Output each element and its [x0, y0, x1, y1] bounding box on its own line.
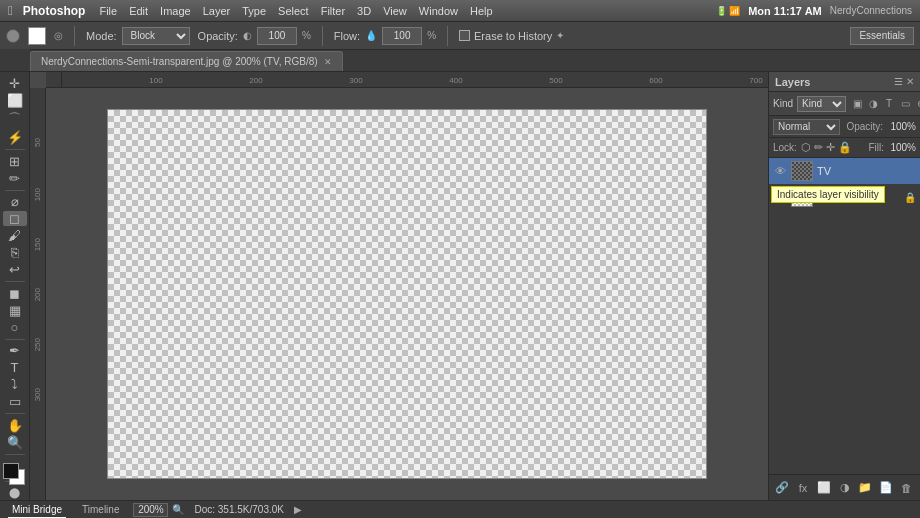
layers-blend-row: Normal Multiply Screen Overlay Opacity: … [769, 116, 920, 138]
new-group-button[interactable]: 📁 [856, 478, 875, 498]
new-layer-button[interactable]: 📄 [877, 478, 896, 498]
zoom-tool[interactable]: 🔍 [3, 435, 27, 450]
selection-tool[interactable]: ⬜ [3, 93, 27, 108]
apple-logo[interactable]:  [8, 3, 13, 18]
zoom-input[interactable] [133, 503, 168, 517]
erase-history-label: Erase to History [474, 30, 552, 42]
filter-adjust-icon[interactable]: ◑ [866, 98, 880, 109]
filter-type-icon[interactable]: T [882, 98, 896, 109]
pen-tool[interactable]: ✒ [3, 343, 27, 358]
lock-transparent-icon[interactable]: ⬡ [801, 141, 811, 154]
delete-layer-button[interactable]: 🗑 [897, 478, 916, 498]
separator2 [322, 26, 323, 46]
zoom-display: 🔍 [133, 503, 184, 517]
forward-arrow[interactable]: ▶ [294, 504, 302, 515]
eraser-tool[interactable]: ◻ [3, 211, 27, 226]
menu-layer[interactable]: Layer [203, 5, 231, 17]
layers-list: 👁 TV Indicates layer visibility 👁 Backgr… [769, 158, 920, 474]
layers-bottom-toolbar: 🔗 fx ⬜ ◑ 📁 📄 🗑 [769, 474, 920, 500]
lasso-tool[interactable]: ⌒ [3, 110, 27, 128]
layer-item-tv[interactable]: 👁 TV Indicates layer visibility [769, 158, 920, 184]
link-layers-button[interactable]: 🔗 [773, 478, 792, 498]
erase-history-check[interactable] [459, 30, 470, 41]
dodge-tool[interactable]: ○ [3, 320, 27, 335]
layer-visibility-icon-tv[interactable]: 👁 [773, 164, 787, 178]
path-tool[interactable]: ⤵ [3, 377, 27, 392]
lock-position-icon[interactable]: ✛ [826, 141, 835, 154]
panel-menu-icon[interactable]: ☰ [894, 76, 903, 87]
text-tool[interactable]: T [3, 360, 27, 375]
ruler-v-200: 200 [33, 288, 42, 301]
menu-type[interactable]: Type [242, 5, 266, 17]
lock-all-icon[interactable]: 🔒 [838, 141, 852, 154]
brush-tool[interactable]: 🖌 [3, 228, 27, 243]
magic-wand-tool[interactable]: ⚡ [3, 130, 27, 145]
flow-input[interactable] [382, 27, 422, 45]
visibility-tooltip: Indicates layer visibility [771, 186, 885, 203]
ruler-v-150: 150 [33, 238, 42, 251]
menu-right: 🔋 📶 Mon 11:17 AM NerdyConnections [716, 5, 912, 17]
menu-items: File Edit Image Layer Type Select Filter… [99, 5, 715, 17]
layers-panel-title: Layers [775, 76, 810, 88]
healing-tool[interactable]: ⌀ [3, 194, 27, 209]
ruler-v-300: 300 [33, 388, 42, 401]
menu-view[interactable]: View [383, 5, 407, 17]
menu-help[interactable]: Help [470, 5, 493, 17]
flow-pct: % [427, 30, 436, 41]
menu-3d[interactable]: 3D [357, 5, 371, 17]
canvas-wrapper[interactable] [46, 88, 768, 500]
add-mask-button[interactable]: ⬜ [814, 478, 833, 498]
document-canvas[interactable] [107, 109, 707, 479]
brush-tip-icon[interactable] [6, 29, 20, 43]
shape-tool[interactable]: ▭ [3, 394, 27, 409]
color-swatches[interactable] [3, 463, 27, 477]
separator [74, 26, 75, 46]
eraser-tool2[interactable]: ◼ [3, 286, 27, 301]
panel-close-icon[interactable]: ✕ [906, 76, 914, 87]
filter-shape-icon[interactable]: ▭ [898, 98, 912, 109]
lock-paint-icon[interactable]: ✏ [814, 141, 823, 154]
layer-name-tv: TV [817, 165, 916, 177]
flow-group: Flow: 💧 % [334, 27, 436, 45]
menu-edit[interactable]: Edit [129, 5, 148, 17]
layers-filter-bar: Kind Kind Name Effect ▣ ◑ T ▭ ⊕ [769, 92, 920, 116]
layer-thumbnail-tv [791, 161, 813, 181]
filter-pixel-icon[interactable]: ▣ [850, 98, 864, 109]
ruler-tick-500: 500 [549, 76, 562, 85]
ruler-tick-200: 200 [249, 76, 262, 85]
mini-bridge-tab[interactable]: Mini Bridge [8, 502, 66, 518]
timeline-tab[interactable]: Timeline [78, 502, 123, 518]
history-brush-tool[interactable]: ↩ [3, 262, 27, 277]
opacity-input[interactable] [257, 27, 297, 45]
opacity-label: Opacity: [198, 30, 238, 42]
menu-filter[interactable]: Filter [321, 5, 345, 17]
menu-file[interactable]: File [99, 5, 117, 17]
crop-tool[interactable]: ⊞ [3, 154, 27, 169]
add-style-button[interactable]: fx [794, 478, 813, 498]
essentials-button[interactable]: Essentials [850, 27, 914, 45]
document-tab[interactable]: NerdyConnections-Semi-transparent.jpg @ … [30, 51, 343, 71]
eyedropper-tool[interactable]: ✏ [3, 171, 27, 186]
tab-close-button[interactable]: ✕ [324, 57, 332, 67]
separator3 [447, 26, 448, 46]
ruler-v-250: 250 [33, 338, 42, 351]
ruler-left: 50 100 150 200 250 300 [30, 88, 46, 500]
move-tool[interactable]: ✛ [3, 76, 27, 91]
foreground-color-swatch[interactable] [3, 463, 19, 479]
lock-icons: ⬡ ✏ ✛ 🔒 [801, 141, 852, 154]
layers-panel: Layers ☰ ✕ Kind Kind Name Effect ▣ ◑ T ▭… [768, 72, 920, 500]
gradient-tool[interactable]: ▦ [3, 303, 27, 318]
brush-size-icon[interactable]: ◎ [54, 30, 63, 41]
menu-window[interactable]: Window [419, 5, 458, 17]
menu-select[interactable]: Select [278, 5, 309, 17]
blend-mode-dropdown[interactable]: Normal Multiply Screen Overlay [773, 119, 840, 135]
stamp-tool[interactable]: ⎘ [3, 245, 27, 260]
new-fill-button[interactable]: ◑ [835, 478, 854, 498]
menu-image[interactable]: Image [160, 5, 191, 17]
hand-tool[interactable]: ✋ [3, 418, 27, 433]
quick-mask-tool[interactable]: ⬤ [3, 486, 27, 500]
filter-dropdown[interactable]: Kind Name Effect [797, 96, 846, 112]
tool-separator6 [5, 454, 25, 455]
brush-square-icon[interactable] [28, 27, 46, 45]
mode-dropdown[interactable]: Block Pencil Brush [122, 27, 190, 45]
